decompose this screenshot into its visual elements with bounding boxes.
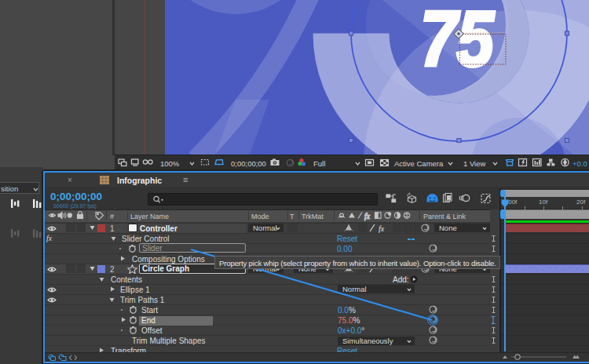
svg-text:#: # — [110, 213, 115, 220]
svg-text:fx: fx — [379, 224, 385, 233]
svg-text:fx: fx — [364, 213, 371, 220]
svg-text:75: 75 — [420, 0, 495, 83]
